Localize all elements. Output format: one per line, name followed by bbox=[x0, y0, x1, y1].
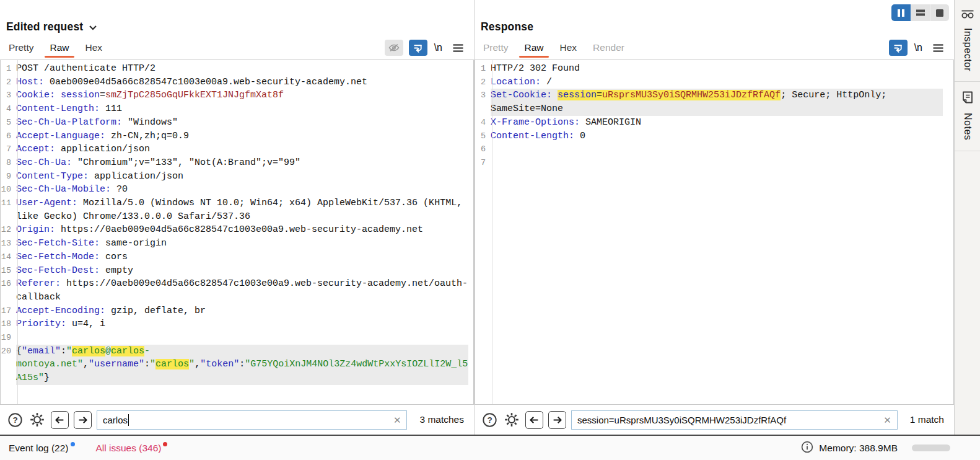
tab-raw[interactable]: Raw bbox=[524, 42, 543, 53]
request-title-row[interactable]: Edited request bbox=[6, 0, 474, 33]
line-number: 13 bbox=[1, 237, 14, 250]
layout-toggle-group bbox=[891, 4, 949, 21]
search-settings-gear-icon[interactable] bbox=[503, 411, 520, 428]
tab-render[interactable]: Render bbox=[593, 42, 624, 53]
line-number: 6 bbox=[1, 130, 14, 143]
line-content[interactable]: Sec-Ch-Ua-Mobile: ?0 bbox=[16, 183, 468, 197]
line-number: 11 bbox=[1, 197, 14, 223]
chevron-down-icon[interactable] bbox=[89, 22, 97, 33]
line-content[interactable]: Accept-Language: zh-CN,zh;q=0.9 bbox=[16, 130, 468, 143]
request-match-count: 3 matches bbox=[412, 414, 468, 425]
line-number: 12 bbox=[1, 223, 14, 237]
help-icon[interactable]: ? bbox=[481, 411, 498, 428]
search-settings-gear-icon[interactable] bbox=[28, 411, 46, 428]
line-content[interactable]: Content-Type: application/json bbox=[16, 170, 468, 184]
rows-layout-button[interactable] bbox=[911, 4, 930, 21]
search-prev-button[interactable] bbox=[525, 411, 543, 429]
code-line: 11User-Agent: Mozilla/5.0 (Windows NT 10… bbox=[1, 197, 473, 223]
info-icon[interactable] bbox=[801, 441, 813, 456]
response-search-input[interactable]: session=uRsprsMU3Sy0iSQRMHW253iJDzfRfAQf… bbox=[571, 410, 898, 430]
code-line: 16Referer: https://0aeb009e04d5a66c82854… bbox=[1, 277, 473, 304]
line-content[interactable]: Location: / bbox=[491, 76, 943, 89]
request-search-input[interactable]: carlos ✕ bbox=[97, 410, 407, 430]
response-editor[interactable]: 1HTTP/2 302 Found2Location: /3Set-Cookie… bbox=[475, 60, 954, 405]
tab-raw[interactable]: Raw bbox=[50, 42, 69, 53]
response-title-row: Response bbox=[481, 0, 954, 33]
line-content[interactable]: Cookie: session=smZjTpC285oGqUFkkEXT1JNJ… bbox=[16, 89, 468, 102]
line-content[interactable]: Origin: https://0aeb009e04d5a66c828547c1… bbox=[16, 223, 468, 237]
tab-pretty[interactable]: Pretty bbox=[9, 42, 33, 53]
line-content[interactable]: Priority: u=4, i bbox=[16, 317, 468, 331]
help-icon[interactable]: ? bbox=[6, 411, 24, 428]
line-content[interactable]: POST /authenticate HTTP/2 bbox=[16, 62, 468, 76]
code-line: 3Set-Cookie: session=uRsprsMU3Sy0iSQRMHW… bbox=[475, 89, 953, 115]
menu-icon[interactable] bbox=[449, 39, 466, 56]
event-log-button[interactable]: Event log (22) bbox=[9, 443, 75, 454]
sidebar-item-label: Inspector bbox=[962, 28, 973, 71]
line-number: 17 bbox=[1, 304, 14, 318]
line-content[interactable]: Referer: https://0aeb009e04d5a66c828547c… bbox=[16, 277, 468, 304]
code-line: 6 bbox=[475, 143, 953, 156]
line-number: 5 bbox=[1, 116, 14, 130]
line-content[interactable]: Host: 0aeb009e04d5a66c828547c1003e00a9.w… bbox=[16, 76, 468, 89]
line-number: 2 bbox=[1, 76, 14, 89]
line-content[interactable]: Content-Length: 111 bbox=[16, 102, 468, 116]
search-next-button[interactable] bbox=[548, 411, 566, 429]
response-panel: Response Pretty Raw Hex Render bbox=[475, 0, 954, 435]
line-content[interactable]: Sec-Fetch-Site: same-origin bbox=[16, 237, 468, 250]
eye-slash-icon[interactable] bbox=[385, 40, 403, 56]
line-number: 10 bbox=[1, 183, 14, 197]
line-content[interactable]: User-Agent: Mozilla/5.0 (Windows NT 10.0… bbox=[16, 197, 468, 223]
line-number: 3 bbox=[475, 89, 489, 115]
notes-icon bbox=[961, 91, 974, 107]
code-line: 4X-Frame-Options: SAMEORIGIN bbox=[475, 116, 953, 130]
line-content[interactable]: Sec-Ch-Ua: "Chromium";v="133", "Not(A:Br… bbox=[16, 156, 468, 170]
memory-label: Memory: 388.9MB bbox=[819, 443, 898, 454]
line-content[interactable]: Sec-Fetch-Dest: empty bbox=[16, 264, 468, 278]
clear-search-icon[interactable]: ✕ bbox=[393, 415, 401, 425]
tab-pretty[interactable]: Pretty bbox=[483, 42, 508, 53]
line-number: 18 bbox=[1, 317, 14, 331]
request-searchbar: ? bbox=[0, 405, 474, 435]
line-content[interactable]: Sec-Fetch-Mode: cors bbox=[16, 250, 468, 264]
line-content[interactable]: Set-Cookie: session=uRsprsMU3Sy0iSQRMHW2… bbox=[491, 89, 943, 115]
code-line: 18Priority: u=4, i bbox=[1, 317, 473, 331]
code-line: 2Location: / bbox=[475, 76, 953, 89]
line-content[interactable]: Content-Length: 0 bbox=[491, 130, 943, 143]
line-number: 1 bbox=[475, 62, 489, 76]
response-match-count: 1 match bbox=[903, 414, 948, 425]
request-editor[interactable]: 1POST /authenticate HTTP/22Host: 0aeb009… bbox=[0, 60, 474, 405]
line-number: 14 bbox=[1, 250, 14, 264]
search-next-button[interactable] bbox=[74, 411, 92, 429]
line-content[interactable]: X-Frame-Options: SAMEORIGIN bbox=[491, 116, 943, 130]
sidebar-item-inspector[interactable]: Inspector bbox=[955, 0, 980, 82]
tab-hex[interactable]: Hex bbox=[560, 42, 577, 53]
single-layout-button[interactable] bbox=[930, 4, 949, 21]
line-content[interactable] bbox=[491, 156, 943, 170]
line-content[interactable]: {"email":"carlos@carlos-montoya.net","us… bbox=[16, 345, 468, 385]
line-content[interactable]: Sec-Ch-Ua-Platform: "Windows" bbox=[16, 116, 468, 130]
line-number: 6 bbox=[475, 143, 489, 156]
sidebar-item-notes[interactable]: Notes bbox=[955, 82, 980, 151]
code-line: 1HTTP/2 302 Found bbox=[475, 62, 953, 76]
code-line: 19 bbox=[1, 331, 473, 345]
clear-search-icon[interactable]: ✕ bbox=[883, 415, 891, 425]
line-content[interactable] bbox=[491, 143, 943, 156]
word-wrap-icon[interactable] bbox=[889, 40, 908, 56]
columns-layout-button[interactable] bbox=[891, 4, 911, 21]
menu-icon[interactable] bbox=[929, 39, 947, 56]
line-number: 7 bbox=[1, 143, 14, 156]
line-content[interactable]: Accept-Encoding: gzip, deflate, br bbox=[16, 304, 468, 318]
newline-icon[interactable]: \n bbox=[433, 42, 444, 53]
line-content[interactable] bbox=[16, 331, 468, 345]
newline-icon[interactable]: \n bbox=[913, 42, 924, 53]
tab-hex[interactable]: Hex bbox=[85, 42, 103, 53]
line-content[interactable]: Accept: application/json bbox=[16, 143, 468, 156]
line-content[interactable]: HTTP/2 302 Found bbox=[491, 62, 943, 76]
all-issues-button[interactable]: All issues (346) bbox=[96, 443, 168, 454]
event-log-notification-dot bbox=[71, 442, 75, 446]
search-prev-button[interactable] bbox=[51, 411, 69, 429]
word-wrap-icon[interactable] bbox=[409, 40, 427, 56]
line-number: 3 bbox=[1, 89, 14, 102]
response-panel-header: Response Pretty Raw Hex Render bbox=[475, 0, 954, 60]
